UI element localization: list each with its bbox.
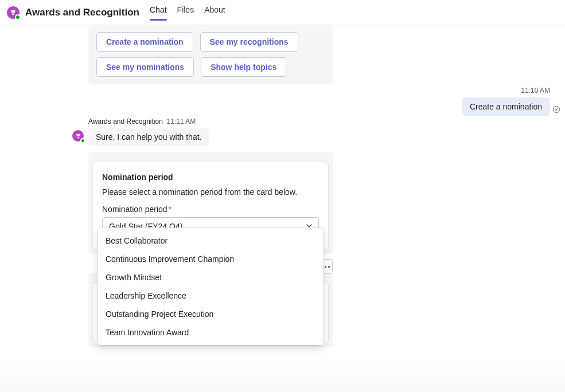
bot-card-lower-wrap: Best CollaboratorContinuous Improvement … — [88, 273, 333, 347]
user-message-timestamp: 11:10 AM — [521, 87, 550, 95]
see-nominations-button[interactable]: See my nominations — [96, 57, 194, 77]
dropdown-option[interactable]: Best Collaborator — [98, 232, 324, 250]
field-label-text: Nomination period — [102, 205, 167, 214]
tab-about[interactable]: About — [204, 5, 225, 20]
tab-chat[interactable]: Chat — [150, 5, 167, 20]
presence-dot — [80, 138, 85, 143]
required-indicator: * — [169, 205, 172, 214]
svg-point-0 — [553, 106, 559, 112]
card-title: Nomination period — [102, 173, 319, 182]
dropdown-option[interactable]: Outstanding Project Execution — [98, 305, 324, 323]
trophy-icon — [75, 133, 81, 139]
field-label: Nomination period* — [102, 205, 319, 214]
fade-overlay — [0, 358, 565, 392]
app-avatar — [7, 6, 20, 19]
tab-files[interactable]: Files — [177, 5, 194, 20]
chat-area: Create a nomination See my recognitions … — [0, 25, 565, 392]
sent-check-icon — [552, 105, 560, 115]
tabs: Chat Files About — [150, 5, 225, 20]
dropdown-option[interactable]: Growth Mindset — [98, 268, 324, 287]
user-message-bubble: Create a nomination — [462, 97, 550, 116]
dropdown-option[interactable]: Team Innovation Award — [98, 323, 324, 342]
dropdown-option[interactable]: Continuous Improvement Champion — [98, 250, 324, 268]
presence-dot — [15, 14, 21, 20]
bot-avatar-small — [72, 130, 84, 142]
dropdown-list: Best CollaboratorContinuous Improvement … — [98, 228, 324, 345]
user-message-text: Create a nomination — [470, 102, 542, 111]
bot-reply-text: Sure, I can help you with that. — [96, 132, 201, 142]
bot-reply-timestamp: 11:11 AM — [167, 117, 196, 126]
see-recognitions-button[interactable]: See my recognitions — [200, 32, 298, 52]
award-type-card: Best CollaboratorContinuous Improvement … — [93, 283, 328, 343]
bot-reply-bubble: Sure, I can help you with that. — [88, 128, 209, 146]
card-description: Please select a nomination period from t… — [102, 187, 319, 197]
create-nomination-button[interactable]: Create a nomination — [96, 32, 193, 52]
bot-sender-name: Awards and Recognition — [88, 117, 163, 126]
app-title: Awards and Recognition — [25, 7, 139, 18]
dropdown-option[interactable]: Leadership Excellence — [98, 287, 324, 305]
bot-message-actions: Create a nomination See my recognitions … — [88, 25, 333, 84]
show-help-button[interactable]: Show help topics — [201, 57, 286, 77]
header-bar: Awards and Recognition Chat Files About — [0, 0, 565, 25]
